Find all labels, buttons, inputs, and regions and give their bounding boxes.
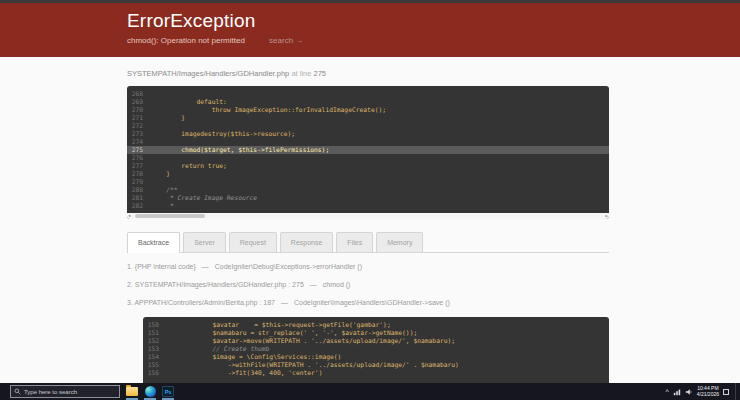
taskbar-search[interactable]: Type here to search (10, 385, 120, 398)
code-text: // Create thumb (167, 345, 269, 353)
line-number: 153 (143, 345, 167, 353)
screen: ErrorException chmod(): Operation not pe… (0, 0, 740, 400)
tray-chevron-icon[interactable]: ^ (665, 388, 668, 395)
source-path-text: SYSTEMPATH/Images/Handlers/GDHandler.php (127, 69, 289, 78)
code-line: 156 ->fit(340, 400, 'center') (143, 369, 609, 377)
trace-location: APPPATH/Controllers/Admin/Berita.php : 1… (133, 299, 275, 306)
code-line: 273 imagedestroy($this->resource); (127, 130, 609, 138)
tab-backtrace[interactable]: Backtrace (127, 232, 180, 253)
line-number: 155 (143, 361, 167, 369)
code-line: 271 } (127, 114, 609, 122)
line-number: 276 (127, 154, 151, 162)
code-text: } (151, 170, 170, 178)
tab-request[interactable]: Request (229, 232, 277, 252)
code-line: 277 return true; (127, 162, 609, 170)
line-number: 282 (127, 202, 151, 210)
tab-response[interactable]: Response (280, 232, 334, 252)
source-file-path: SYSTEMPATH/Images/Handlers/GDHandler.php… (127, 69, 609, 78)
trace-sep: — (310, 281, 317, 288)
line-number: 274 (127, 138, 151, 146)
code-horizontal-scrollbar[interactable]: ◄► (127, 213, 609, 219)
tab-server[interactable]: Server (183, 232, 226, 252)
trace-location: SYSTEMPATH/Images/Handlers/GDHandler.php… (133, 281, 304, 288)
edge-icon (145, 386, 156, 397)
line-number: 271 (127, 114, 151, 122)
trace-call: CodeIgniter\Images\Handlers\GDHandler->s… (294, 299, 450, 306)
line-number: 268 (127, 90, 151, 98)
line-number: 273 (127, 130, 151, 138)
backtrace-list: 1. {PHP internal code}—CodeIgniter\Debug… (127, 263, 609, 397)
trace-location: {PHP internal code} (133, 263, 196, 270)
code-line: 275 chmod($target, $this->filePermission… (127, 146, 609, 154)
file-explorer-icon (126, 387, 138, 396)
code-text: * Create Image Resource (151, 194, 257, 202)
clock-date: 4/21/2026 (697, 392, 719, 398)
line-number: 154 (143, 353, 167, 361)
backtrace-item[interactable]: 2. SYSTEMPATH/Images/Handlers/GDHandler.… (127, 281, 609, 289)
code-line: 281 * Create Image Resource (127, 194, 609, 202)
scroll-right-arrow-icon[interactable]: ► (606, 212, 608, 219)
error-content: SYSTEMPATH/Images/Handlers/GDHandler.php… (127, 69, 609, 397)
edge-button[interactable] (141, 383, 159, 400)
code-text: $namabaru = str_replace(' ', '-', $avata… (167, 329, 417, 337)
code-text: * (151, 202, 174, 210)
error-header: ErrorException chmod(): Operation not pe… (0, 3, 740, 57)
code-line: 150 $avatar = $this->request->getFile('g… (143, 321, 609, 329)
code-line: 152 $avatar->move(WRITEPATH . '../assets… (143, 337, 609, 345)
network-icon[interactable] (673, 388, 681, 396)
backtrace-item[interactable]: 3. APPPATH/Controllers/Admin/Berita.php … (127, 299, 609, 307)
trace-call: chmod () (323, 281, 351, 288)
code-text: return true; (151, 162, 227, 170)
code-text: ->fit(340, 400, 'center') (167, 369, 322, 377)
line-number: 280 (127, 186, 151, 194)
error-message: chmod(): Operation not permitted (127, 36, 245, 45)
taskbar: Type here to search Ps ^ (0, 383, 740, 400)
code-line: 268 (127, 90, 609, 98)
code-line: 280 /** (127, 186, 609, 194)
code-line: 278 } (127, 170, 609, 178)
action-center-icon[interactable] (723, 389, 729, 395)
scrollbar-thumb[interactable] (135, 214, 205, 218)
scroll-left-arrow-icon[interactable]: ◄ (128, 212, 130, 219)
code-line: 154 $image = \Config\Services::image() (143, 353, 609, 361)
show-desktop-button[interactable] (735, 383, 738, 400)
photoshop-button[interactable]: Ps (159, 383, 177, 400)
line-number: 275 (127, 146, 151, 154)
system-tray: ^ 10:44 PM 4/21/2026 (665, 383, 740, 400)
source-line-number: 275 (314, 69, 327, 78)
code-text: /** (151, 186, 178, 194)
error-title: ErrorException (127, 10, 740, 32)
search-placeholder: Type here to search (24, 389, 77, 395)
line-number: 269 (127, 98, 151, 106)
code-line: 282 * (127, 202, 609, 210)
taskbar-apps: Ps (123, 383, 177, 400)
line-number: 278 (127, 170, 151, 178)
at-line-label: at line (291, 69, 311, 78)
file-explorer-button[interactable] (123, 383, 141, 400)
code-line: 153 // Create thumb (143, 345, 609, 353)
backtrace-item[interactable]: 1. {PHP internal code}—CodeIgniter\Debug… (127, 263, 609, 271)
taskbar-clock[interactable]: 10:44 PM 4/21/2026 (697, 386, 719, 397)
code-text: ->withFile(WRITEPATH . '../assets/upload… (167, 361, 459, 369)
line-number: 150 (143, 321, 167, 329)
speaker-icon[interactable] (685, 388, 693, 396)
photoshop-icon: Ps (162, 386, 174, 397)
code-text: $avatar = $this->request->getFile('gamba… (167, 321, 391, 329)
code-line: 155 ->withFile(WRITEPATH . '../assets/up… (143, 361, 609, 369)
tab-files[interactable]: Files (336, 232, 373, 252)
code-line: 272 (127, 122, 609, 130)
trace-sep: — (202, 263, 209, 270)
search-link[interactable]: search → (269, 36, 303, 45)
source-code-block: 268269 default:270 throw ImageException:… (127, 86, 609, 219)
tab-memory[interactable]: Memory (376, 232, 423, 252)
code-text: default: (151, 98, 227, 106)
line-number: 152 (143, 337, 167, 345)
line-number: 272 (127, 122, 151, 130)
line-number: 281 (127, 194, 151, 202)
code-text: throw ImageException::forInvalidImageCre… (151, 106, 386, 114)
search-icon (14, 388, 21, 395)
trace-sep: — (281, 299, 288, 306)
code-text: $image = \Config\Services::image() (167, 353, 341, 361)
line-number: 279 (127, 178, 151, 186)
line-number: 270 (127, 106, 151, 114)
